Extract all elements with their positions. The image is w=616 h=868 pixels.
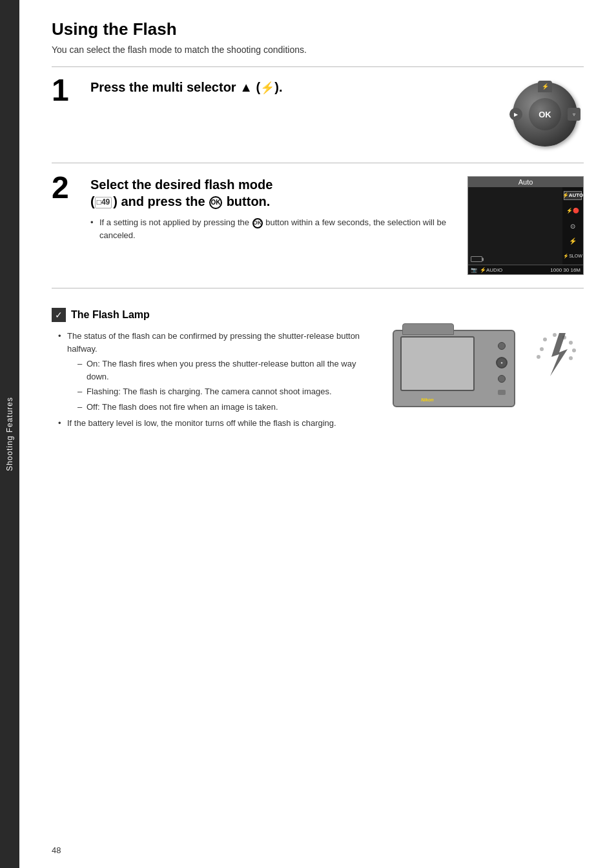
page-title: Using the Flash	[52, 19, 584, 39]
flash-menu: Auto ⚡AUTO	[467, 176, 584, 275]
page-container: Shooting Features Using the Flash You ca…	[0, 0, 616, 868]
svg-point-5	[569, 356, 573, 360]
step1-section: 1 Press the multi selector ▲ (⚡). ⚡	[52, 79, 584, 163]
camera-top-bump	[402, 323, 454, 335]
flash-menu-header: Auto	[468, 177, 583, 187]
checkmark-icon: ✓	[52, 308, 66, 322]
sidebar-label: Shooting Features	[5, 397, 14, 471]
sidebar: Shooting Features	[0, 0, 19, 868]
step2-number: 2	[52, 172, 77, 203]
svg-marker-8	[550, 333, 568, 376]
page-ref: □49	[95, 197, 112, 208]
camera-body-shape: ● Nikon	[393, 330, 515, 407]
flash-lamp-bullets: The status of the flash can be confirmed…	[52, 330, 380, 430]
camera-dial-small: ●	[496, 357, 508, 368]
flash-option-off[interactable]: ⊙	[564, 221, 582, 230]
step1-heading: Press the multi selector ▲ (⚡).	[90, 79, 493, 96]
flash-menu-body: ⚡AUTO ⚡🔴 ⊙ ⚡ ⚡S	[468, 187, 583, 265]
flash-option-fill[interactable]: ⚡	[564, 237, 582, 246]
flash-option-slow[interactable]: ⚡SLOW	[564, 252, 582, 261]
svg-point-6	[540, 347, 544, 351]
dial-outer: ⚡ ▶ OK ▿	[513, 82, 577, 146]
sub-item-flashing: Flashing: The flash is charging. The cam…	[77, 385, 380, 398]
flash-burst-icon	[532, 330, 584, 381]
step2-right: Auto ⚡AUTO	[467, 176, 584, 275]
step2-heading: Select the desired flash mode (□49) and …	[90, 176, 455, 210]
page-number: 48	[52, 845, 61, 855]
bullet-item-2: If the battery level is low, the monitor…	[58, 417, 380, 430]
ok-circle-icon-2: OK	[252, 218, 263, 228]
camera-body: ● Nikon	[393, 323, 522, 414]
camera-button-2	[498, 375, 506, 383]
flash-menu-bottom-left: 📷 ⚡AUDIO	[471, 267, 502, 273]
svg-point-0	[543, 338, 547, 341]
divider-1	[52, 66, 584, 67]
flash-lamp-title: The Flash Lamp	[71, 309, 150, 321]
ok-circle-icon: OK	[209, 196, 222, 209]
sub-item-on: On: The flash fires when you press the s…	[77, 358, 380, 383]
camera-section: The status of the flash can be confirmed…	[52, 330, 584, 434]
camera-button-3	[498, 390, 506, 395]
svg-point-1	[553, 333, 557, 337]
dial-ok-label: OK	[539, 110, 551, 119]
step2-note: If a setting is not applied by pressing …	[90, 216, 455, 241]
flash-burst-svg	[532, 330, 584, 381]
flash-menu-options: ⚡AUTO ⚡🔴 ⊙ ⚡ ⚡S	[562, 187, 583, 265]
step1-content: Press the multi selector ▲ (⚡).	[90, 79, 493, 102]
camera-buttons-panel: ●	[493, 336, 510, 401]
flash-lamp-section: ✓ The Flash Lamp The status of the flash…	[52, 308, 584, 434]
dial-top-button: ⚡	[538, 81, 552, 92]
step2-left: Select the desired flash mode (□49) and …	[90, 176, 455, 241]
svg-point-3	[569, 341, 573, 345]
step1-number: 1	[52, 75, 77, 106]
camera-illustration: ● Nikon	[393, 323, 584, 414]
flash-menu-bottom: 📷 ⚡AUDIO 1000 30 16M	[468, 265, 583, 274]
main-content: Using the Flash You can select the flash…	[19, 0, 616, 868]
flash-lamp-header: ✓ The Flash Lamp	[52, 308, 584, 322]
intro-text: You can select the flash mode to match t…	[52, 45, 584, 55]
flash-menu-main	[468, 187, 562, 265]
dial-left-button: ▶	[509, 108, 522, 121]
flash-option-redeye[interactable]: ⚡🔴	[564, 207, 582, 216]
dial-right-button: ▿	[568, 108, 580, 121]
flash-lamp-text: The status of the flash can be confirmed…	[52, 330, 380, 434]
svg-point-4	[572, 348, 576, 352]
flash-option-auto[interactable]: ⚡AUTO	[564, 191, 582, 200]
dial-container: ⚡ ▶ OK ▿	[506, 79, 584, 150]
camera-brand: Nikon	[421, 398, 433, 402]
bullet-text-1: The status of the flash can be confirmed…	[67, 331, 360, 354]
dial-ok-button: OK	[529, 98, 561, 130]
camera-button-1	[498, 342, 506, 350]
svg-point-7	[537, 355, 540, 359]
sub-item-off: Off: The flash does not fire when an ima…	[77, 401, 380, 414]
bullet-item-1: The status of the flash can be confirmed…	[58, 330, 380, 413]
step1-image: ⚡ ▶ OK ▿	[506, 79, 584, 150]
flash-menu-bottom-right: 1000 30 16M	[550, 267, 580, 273]
camera-screen	[400, 336, 475, 391]
sub-list-1: On: The flash fires when you press the s…	[67, 358, 380, 413]
step2-section: 2 Select the desired flash mode (□49) an…	[52, 176, 584, 288]
